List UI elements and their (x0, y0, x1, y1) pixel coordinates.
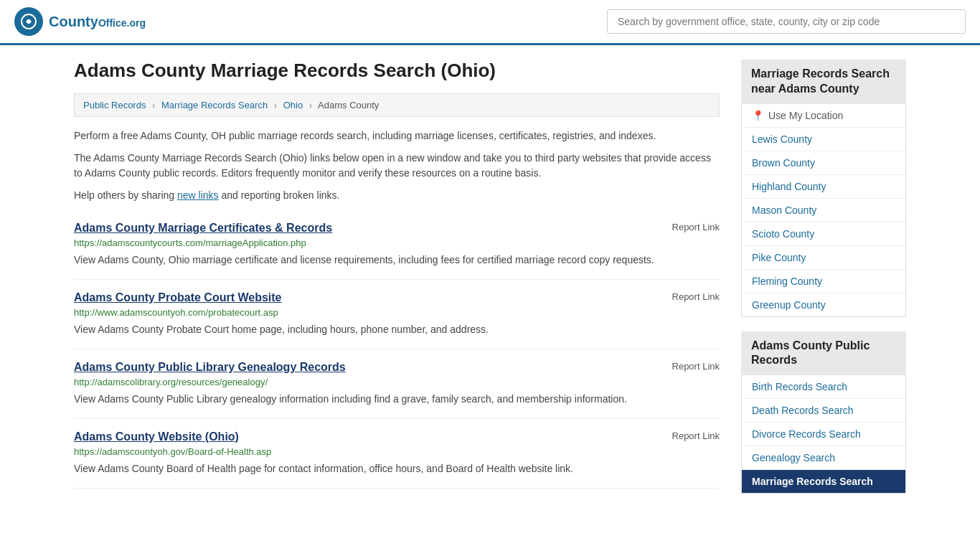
desc-para3-suffix: and reporting broken links. (219, 189, 340, 201)
sidebar-item-genealogy-search[interactable]: Genealogy Search (742, 446, 905, 470)
marriage-records-link-active[interactable]: Marriage Records Search (752, 476, 873, 487)
logo-icon (14, 7, 43, 36)
sidebar-nearby-section: Marriage Records Search near Adams Count… (741, 60, 906, 317)
record-header: Adams County Website (Ohio) Report Link (74, 430, 720, 443)
logo-text: CountyOffice.org (49, 14, 146, 30)
greenup-county-link[interactable]: Greenup County (752, 299, 826, 311)
breadcrumb-sep-3: › (309, 100, 312, 110)
record-url[interactable]: http://adamscolibrary.org/resources/gene… (74, 377, 720, 387)
sidebar-item-brown-county[interactable]: Brown County (742, 151, 905, 175)
record-title[interactable]: Adams County Public Library Genealogy Re… (74, 361, 346, 374)
record-desc: View Adams County Probate Court home pag… (74, 322, 720, 337)
sidebar-item-pike-county[interactable]: Pike County (742, 246, 905, 270)
content-area: Adams County Marriage Records Search (Oh… (74, 60, 720, 508)
record-desc: View Adams County, Ohio marriage certifi… (74, 253, 720, 268)
record-url[interactable]: http://www.adamscountyoh.com/probatecour… (74, 307, 720, 318)
record-item: Adams County Website (Ohio) Report Link … (74, 419, 720, 489)
sidebar-item-birth-records[interactable]: Birth Records Search (742, 375, 905, 399)
main-container: Adams County Marriage Records Search (Oh… (60, 45, 920, 522)
report-link[interactable]: Report Link (672, 291, 720, 302)
record-item: Adams County Marriage Certificates & Rec… (74, 210, 720, 280)
record-desc: View Adams County Board of Health page f… (74, 461, 720, 476)
record-url[interactable]: https://adamscountyoh.gov/Board-of-Healt… (74, 446, 720, 457)
sidebar-item-fleming-county[interactable]: Fleming County (742, 270, 905, 293)
record-url[interactable]: https://adamscountycourts.com/marriageAp… (74, 237, 720, 248)
divorce-records-link[interactable]: Divorce Records Search (752, 428, 861, 440)
record-title[interactable]: Adams County Marriage Certificates & Rec… (74, 222, 332, 235)
brown-county-link[interactable]: Brown County (752, 157, 815, 169)
birth-records-link[interactable]: Birth Records Search (752, 381, 847, 392)
site-header: CountyOffice.org (0, 0, 980, 45)
breadcrumb-sep-2: › (274, 100, 277, 110)
sidebar-public-records-list: Birth Records Search Death Records Searc… (741, 375, 906, 494)
genealogy-search-link[interactable]: Genealogy Search (752, 452, 835, 463)
record-header: Adams County Public Library Genealogy Re… (74, 361, 720, 374)
mason-county-link[interactable]: Mason County (752, 204, 816, 216)
highland-county-link[interactable]: Highland County (752, 181, 826, 192)
report-link[interactable]: Report Link (672, 430, 720, 441)
report-link[interactable]: Report Link (672, 361, 720, 372)
record-title[interactable]: Adams County Website (Ohio) (74, 430, 239, 443)
record-item: Adams County Probate Court Website Repor… (74, 280, 720, 349)
location-icon: 📍 (752, 110, 764, 121)
record-item: Adams County Public Library Genealogy Re… (74, 349, 720, 419)
use-location-label: Use My Location (768, 110, 843, 121)
breadcrumb-public-records[interactable]: Public Records (83, 100, 146, 110)
sidebar-item-mason-county[interactable]: Mason County (742, 199, 905, 222)
sidebar-use-location[interactable]: 📍 Use My Location (742, 104, 905, 128)
sidebar-item-death-records[interactable]: Death Records Search (742, 399, 905, 423)
sidebar-public-records-header: Adams County Public Records (741, 331, 906, 376)
record-title[interactable]: Adams County Probate Court Website (74, 291, 282, 304)
pike-county-link[interactable]: Pike County (752, 252, 806, 263)
svg-point-1 (27, 19, 31, 24)
breadcrumb-marriage-records[interactable]: Marriage Records Search (161, 100, 268, 110)
sidebar-item-marriage-records-active[interactable]: Marriage Records Search (742, 470, 905, 493)
description-para3: Help others by sharing new links and rep… (74, 188, 720, 203)
breadcrumb: Public Records › Marriage Records Search… (74, 93, 720, 117)
description-para2: The Adams County Marriage Records Search… (74, 151, 720, 181)
sidebar-item-highland-county[interactable]: Highland County (742, 175, 905, 199)
breadcrumb-adams-county: Adams County (318, 100, 379, 110)
lewis-county-link[interactable]: Lewis County (752, 133, 812, 145)
search-input[interactable] (607, 9, 966, 34)
page-title: Adams County Marriage Records Search (Oh… (74, 60, 720, 82)
sidebar: Marriage Records Search near Adams Count… (741, 60, 906, 508)
records-list: Adams County Marriage Certificates & Rec… (74, 210, 720, 489)
breadcrumb-ohio[interactable]: Ohio (283, 100, 303, 110)
breadcrumb-sep-1: › (152, 100, 155, 110)
sidebar-nearby-list: 📍 Use My Location Lewis County Brown Cou… (741, 104, 906, 317)
sidebar-item-scioto-county[interactable]: Scioto County (742, 222, 905, 246)
sidebar-item-lewis-county[interactable]: Lewis County (742, 128, 905, 151)
new-links-link[interactable]: new links (177, 189, 219, 201)
description-para1: Perform a free Adams County, OH public m… (74, 128, 720, 143)
sidebar-public-records-section: Adams County Public Records Birth Record… (741, 331, 906, 494)
fleming-county-link[interactable]: Fleming County (752, 276, 822, 287)
scioto-county-link[interactable]: Scioto County (752, 228, 814, 240)
record-header: Adams County Probate Court Website Repor… (74, 291, 720, 304)
sidebar-item-divorce-records[interactable]: Divorce Records Search (742, 423, 905, 446)
sidebar-nearby-header: Marriage Records Search near Adams Count… (741, 60, 906, 104)
report-link[interactable]: Report Link (672, 222, 720, 232)
record-header: Adams County Marriage Certificates & Rec… (74, 222, 720, 235)
sidebar-item-greenup-county[interactable]: Greenup County (742, 293, 905, 316)
death-records-link[interactable]: Death Records Search (752, 405, 854, 416)
record-desc: View Adams County Public Library genealo… (74, 392, 720, 407)
desc-para3-prefix: Help others by sharing (74, 189, 177, 201)
logo[interactable]: CountyOffice.org (14, 7, 146, 36)
